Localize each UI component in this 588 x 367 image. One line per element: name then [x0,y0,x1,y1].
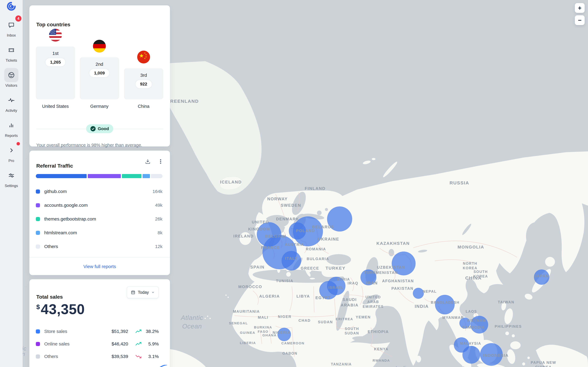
legend-bullet [36,231,40,235]
country-label: GUINEA [240,331,255,334]
country-label: MONGOLIA [458,245,484,250]
sidebar-item-inbox[interactable]: 4Inbox [0,15,23,40]
country-label: ERITREA [336,317,353,321]
sidebar-item-visitors[interactable]: Visitors [0,65,23,90]
legend-bullet [36,190,40,194]
visitor-bubble[interactable] [462,346,480,364]
referral-source: accounts.google.com [44,203,155,208]
period-select-value: Today [138,290,149,295]
kebab-menu-icon [158,158,164,164]
total-sales-card: Total sales Today $ 43,350 Store sales$5… [29,279,170,367]
country-label: BURKINA [254,325,272,329]
country-label: NEPAL [423,289,437,293]
sales-channel: Others [44,354,97,359]
podium-country: United States [36,104,75,109]
country-label: IRAN [366,281,378,285]
country-label: KOREA [463,266,477,270]
sidebar-item-label: Visitors [5,83,17,88]
referral-row[interactable]: htmlstream.com8k [36,226,163,240]
zoom-out-button[interactable]: − [575,15,585,25]
sidebar-item-tickets[interactable]: Tickets [0,40,23,65]
legend-bullet [36,354,40,359]
country-label: TURKEY [326,266,346,270]
more-options-button[interactable] [158,158,164,165]
country-label: MALAYSIA [460,342,481,345]
performance-badge-label: Good [98,126,109,131]
podium-value: 1,265 [45,58,66,67]
trend-up-icon [134,329,142,334]
country-label: SOUTH [474,270,488,274]
country-label: SYRIA [337,277,350,281]
country-label: ISRAEL [328,286,344,290]
view-full-reports-link[interactable]: View full reports [29,264,170,269]
referral-count: 8k [157,230,163,235]
sales-percent: 3.1% [142,354,159,359]
country-label: CAMEROON [281,341,304,345]
referral-count: 26k [155,216,163,222]
referral-traffic-title: Referral Traffic [36,163,73,169]
sidebar-item-label: Inbox [7,33,16,37]
sidebar-item-activity[interactable]: Activity [0,90,23,116]
country-label: TURKMENISTAN [364,270,398,275]
sidebar-item-settings[interactable]: Settings [0,166,23,191]
bar-segment-github.com [36,174,87,178]
country-label: CAMBODIA [462,325,485,329]
country-label: FINLAND [305,186,326,191]
visitor-bubble[interactable] [282,251,301,270]
country-label: ARABIA [341,303,358,307]
country-label: GABON [282,351,297,355]
country-label: SPAIN [250,265,264,269]
country-label: JAPAN [534,274,549,278]
ocean-label: Indian [395,365,414,367]
sidebar-item-label: Tickets [6,58,17,63]
country-label: MYANMAR [442,316,464,320]
referral-row[interactable]: github.com164k [36,184,163,198]
period-select[interactable]: Today [127,286,159,298]
sales-percent: 38.2% [142,329,159,334]
country-label: ITALY [285,256,298,261]
visitor-bubble[interactable] [413,288,424,299]
download-icon [145,158,151,164]
country-label: LIBERIA [240,341,256,345]
sidebar-item-pro[interactable]: Pro [0,141,23,166]
sidebar-item-reports[interactable]: Reports [0,116,23,141]
country-label: BELARUS [312,225,334,229]
country-label: EGYPT [315,295,331,300]
performance-badge: Good [86,124,113,133]
country-label: KINGDOM [248,227,270,231]
bar-segment-htmlstream.com [143,174,150,178]
globe-icon [4,68,18,82]
country-label: GREECE [301,266,319,270]
country-label: SUDAN [318,320,333,324]
ocean-label: Ocean [182,323,202,330]
sidebar-item-label: Activity [6,108,17,113]
flag-cn-icon [137,51,150,64]
referral-traffic-card: Referral Traffic github.com164kaccounts.… [29,151,170,275]
referral-source: Others [44,244,155,249]
referral-row[interactable]: themes.getbootstrap.com26k [36,212,163,226]
legend-bullet [36,342,40,346]
referral-row[interactable]: Others12k [36,240,163,253]
inbox-icon: 4 [4,18,18,32]
sales-channel: Store sales [44,329,97,334]
zoom-in-button[interactable]: + [575,3,585,13]
country-label: EMIRATES [363,305,384,309]
country-label: SOUTH [345,327,359,331]
podium-value: 922 [135,80,152,89]
total-sales-title: Total sales [36,294,63,300]
referral-stacked-bar [36,174,163,178]
flag-us-icon [49,29,62,42]
sales-row: Others$39,5393.1% [36,350,159,363]
unread-count-badge: 4 [15,16,21,22]
podium-rank: 1st [36,51,75,56]
download-button[interactable] [145,158,151,165]
bars-icon [4,118,18,132]
country-label: NORTH [463,261,477,266]
country-label: MOROCCO [238,284,262,289]
app-logo[interactable] [0,2,23,11]
country-label: PHILIPPINES [495,324,522,328]
pulse-icon [4,93,18,107]
sales-value: $46,420 [97,341,128,347]
visitor-bubble[interactable] [435,295,455,314]
referral-row[interactable]: accounts.google.com49k [36,198,163,212]
